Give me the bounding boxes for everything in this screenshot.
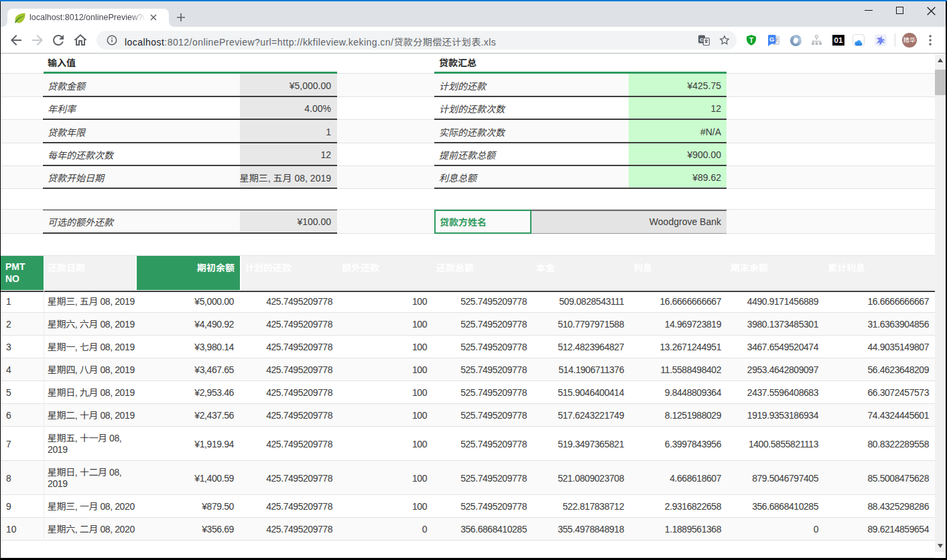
svg-text:T: T	[749, 37, 753, 44]
svg-text:G: G	[769, 36, 774, 43]
